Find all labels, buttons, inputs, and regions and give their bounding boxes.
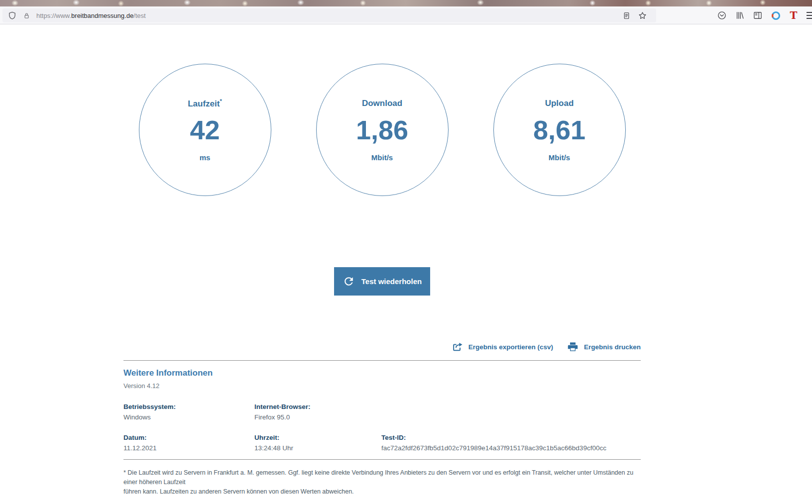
divider-bottom [123,459,641,460]
speedtest-results-page: Laufzeit* 42 ms Download 1,86 Mbit/s Upl… [0,25,812,504]
footnote-line1: * Die Laufzeit wird zu Servern in Frankf… [123,468,641,487]
download-label: Download [362,99,402,108]
browser-label: Internet-Browser: [254,403,381,410]
url-domain: breitbandmessung.de [71,12,133,19]
shield-icon[interactable] [7,11,17,20]
version-text: Version 4.12 [123,382,641,390]
laufzeit-unit: ms [200,153,211,162]
browser-value: Firefox 95.0 [254,413,381,421]
download-circle: Download 1,86 Mbit/s [316,64,449,196]
desktop-wallpaper-strip [0,0,812,6]
laufzeit-footnote: * Die Laufzeit wird zu Servern in Frankf… [123,468,641,497]
url-bar[interactable]: https://www.breitbandmessung.de/test [2,8,656,22]
repeat-test-label: Test wiederholen [361,277,422,286]
library-icon[interactable] [733,8,747,22]
lock-icon[interactable] [23,11,30,20]
metric-circles: Laufzeit* 42 ms Download 1,86 Mbit/s Upl… [123,25,641,196]
footnote-line2: führen kann. Laufzeiten zu anderen Serve… [123,487,641,497]
more-info-heading: Weitere Informationen [123,368,641,378]
sidebar-icon[interactable] [751,8,765,22]
extension-t-icon[interactable]: T [787,8,801,22]
laufzeit-value: 42 [190,116,220,143]
download-value: 1,86 [356,116,408,143]
laufzeit-circle: Laufzeit* 42 ms [139,64,271,196]
browser-toolbar: https://www.breitbandmessung.de/test T [0,6,812,24]
url-path: /test [133,12,146,19]
upload-label: Upload [545,99,574,108]
time-value: 13:24:48 Uhr [254,444,381,452]
refresh-icon [343,275,355,288]
laufzeit-footnote-marker: * [220,98,222,104]
reader-mode-icon[interactable] [622,11,631,20]
info-row-system: Betriebssystem: Windows Internet-Browser… [123,403,641,421]
date-label: Datum: [123,434,254,441]
info-row-test: Datum: 11.12.2021 Uhrzeit: 13:24:48 Uhr … [123,434,641,452]
extension-donut-icon[interactable] [769,8,783,22]
os-value: Windows [123,413,254,421]
testid-label: Test-ID: [381,434,641,441]
laufzeit-label: Laufzeit* [188,98,222,109]
export-result-label: Ergebnis exportieren (csv) [468,343,553,351]
date-value: 11.12.2021 [123,444,254,452]
time-label: Uhrzeit: [254,434,381,441]
download-unit: Mbit/s [371,153,393,162]
url-scheme: https://www. [36,12,71,19]
export-result-link[interactable]: Ergebnis exportieren (csv) [451,341,553,352]
repeat-test-button[interactable]: Test wiederholen [334,267,430,296]
export-icon [451,341,464,352]
upload-value: 8,61 [533,116,585,143]
print-result-label: Ergebnis drucken [584,343,641,351]
upload-circle: Upload 8,61 Mbit/s [493,64,626,196]
printer-icon [567,341,579,352]
menu-icon[interactable] [805,8,812,22]
os-label: Betriebssystem: [123,403,254,410]
print-result-link[interactable]: Ergebnis drucken [567,341,641,352]
divider-top [123,360,641,361]
url-text[interactable]: https://www.breitbandmessung.de/test [36,12,146,19]
bookmark-star-icon[interactable] [638,11,647,20]
pocket-icon[interactable] [715,8,729,22]
testid-value: fac72a2fdf2673fb5d1d02c791989e14a37f9151… [381,444,641,452]
upload-unit: Mbit/s [549,153,570,162]
